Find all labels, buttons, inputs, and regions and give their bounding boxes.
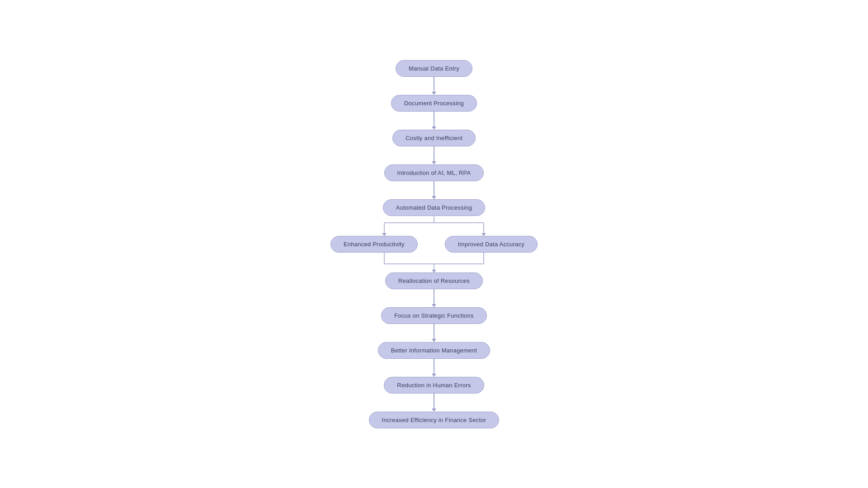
arrow-7 — [432, 359, 436, 377]
arrow-2 — [432, 112, 436, 130]
node-focus-strategic: Focus on Strategic Functions — [381, 307, 487, 324]
arrow-4 — [432, 181, 436, 199]
node-better-information: Better Information Management — [378, 342, 490, 359]
merge-svg — [348, 253, 520, 272]
node-enhanced-productivity: Enhanced Productivity — [330, 236, 418, 253]
svg-marker-3 — [382, 233, 387, 236]
node-automated-data: Automated Data Processing — [383, 199, 485, 216]
node-manual-data-entry: Manual Data Entry — [396, 60, 472, 77]
diagram-container: Manual Data Entry Document Processing Co… — [321, 51, 547, 437]
arrow-8 — [432, 394, 436, 412]
svg-marker-6 — [481, 233, 486, 236]
node-increased-efficiency: Increased Efficiency in Finance Sector — [369, 412, 500, 428]
arrow-5 — [432, 289, 436, 307]
node-document-processing: Document Processing — [391, 95, 477, 112]
node-improved-data-accuracy: Improved Data Accuracy — [445, 236, 538, 253]
branch-nodes-row: Enhanced Productivity Improved Data Accu… — [330, 236, 538, 253]
arrow-6 — [432, 324, 436, 342]
node-costly-inefficient: Costly and Inefficient — [392, 130, 476, 146]
node-reduction-errors: Reduction in Human Errors — [384, 377, 484, 394]
node-reallocation-resources: Reallocation of Resources — [385, 272, 483, 289]
arrow-3 — [432, 146, 436, 164]
svg-marker-12 — [432, 270, 436, 272]
arrow-1 — [432, 77, 436, 95]
node-introduction-ai: Introduction of AI, ML, RPA — [384, 164, 484, 181]
branch-split-svg — [348, 216, 520, 236]
